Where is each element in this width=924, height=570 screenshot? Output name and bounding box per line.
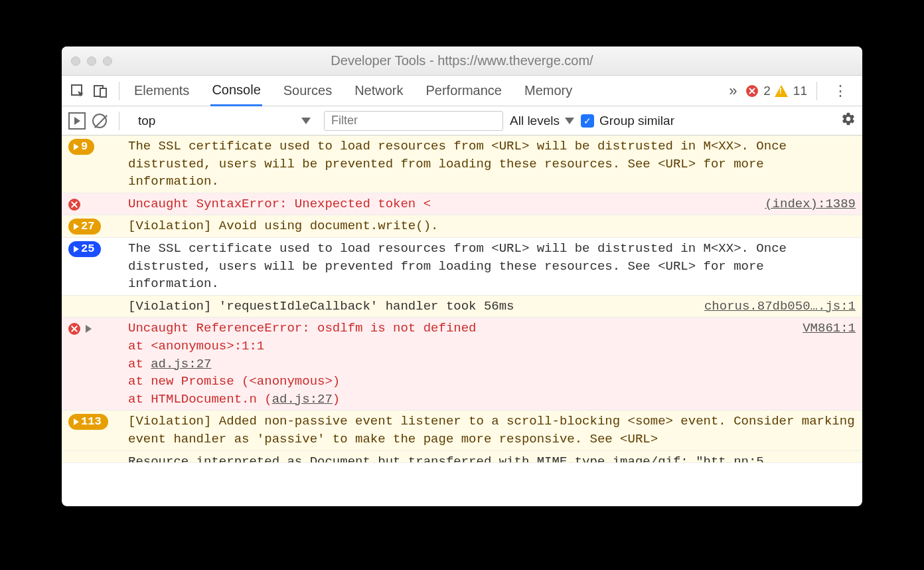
- separator: [816, 82, 817, 100]
- tab-memory[interactable]: Memory: [523, 76, 574, 105]
- tab-elements[interactable]: Elements: [133, 76, 191, 105]
- error-icon: [68, 323, 80, 335]
- traffic-lights: [62, 56, 112, 66]
- group-count: 9: [81, 139, 88, 155]
- message-gutter: [68, 195, 128, 213]
- console-message[interactable]: [Violation] 'requestIdleCallback' handle…: [62, 296, 862, 318]
- clear-console-button[interactable]: [92, 114, 107, 128]
- log-levels-select[interactable]: All levels: [510, 114, 574, 128]
- window-title: Developer Tools - https://www.theverge.c…: [62, 53, 862, 68]
- group-count-pill[interactable]: 25: [68, 241, 101, 257]
- stack-frame: at <anonymous>:1:1: [128, 337, 856, 355]
- device-toolbar-icon[interactable]: [91, 82, 110, 100]
- expand-icon[interactable]: [86, 325, 92, 333]
- expand-icon: [74, 246, 79, 252]
- group-similar-label: Group similar: [599, 114, 674, 128]
- separator: [119, 112, 119, 130]
- source-link[interactable]: VM861:1: [803, 320, 856, 337]
- status-errors[interactable]: 2: [746, 84, 771, 98]
- console-log[interactable]: 9The SSL certificate used to load resour…: [62, 136, 862, 506]
- source-link[interactable]: chorus.87db050….js:1: [704, 298, 856, 316]
- message-gutter: 25: [68, 240, 128, 293]
- main-tabbar: Elements Console Sources Network Perform…: [62, 76, 862, 106]
- group-count-pill[interactable]: 27: [68, 219, 101, 235]
- tab-performance[interactable]: Performance: [425, 76, 504, 105]
- filter-input[interactable]: [324, 111, 503, 131]
- minimize-window-button[interactable]: [87, 56, 96, 66]
- message-gutter: 9: [68, 138, 128, 191]
- message-gutter: 27: [68, 217, 128, 235]
- expand-icon: [74, 223, 79, 230]
- tab-sources[interactable]: Sources: [282, 76, 333, 105]
- console-message[interactable]: 113[Violation] Added non-passive event l…: [62, 411, 862, 450]
- tab-network[interactable]: Network: [353, 76, 404, 105]
- separator: [119, 82, 119, 100]
- stack-frame: at new Promise (<anonymous>): [128, 373, 856, 391]
- checkbox-checked-icon: ✓: [581, 114, 594, 128]
- message-text: The SSL certificate used to load resourc…: [128, 138, 856, 191]
- console-toolbar: top All levels ✓ Group similar: [62, 106, 862, 136]
- message-text: [Violation] Avoid using document.write()…: [128, 217, 856, 235]
- message-text: Uncaught ReferenceError: osdlfm is not d…: [128, 320, 792, 337]
- toggle-console-sidebar-button[interactable]: [68, 112, 86, 130]
- execution-context-value: top: [138, 114, 155, 128]
- error-count: 2: [763, 84, 771, 98]
- status-warnings[interactable]: 11: [775, 84, 807, 98]
- message-gutter: [68, 298, 128, 316]
- panel-tabs: Elements Console Sources Network Perform…: [129, 76, 574, 106]
- console-settings-button[interactable]: [841, 112, 856, 130]
- chevron-down-icon: [301, 118, 311, 124]
- stack-frame: at ad.js:27: [128, 355, 856, 373]
- group-count-pill[interactable]: 9: [68, 139, 94, 155]
- console-message[interactable]: Uncaught ReferenceError: osdlfm is not d…: [62, 318, 862, 411]
- stack-source-link[interactable]: ad.js:27: [272, 392, 333, 407]
- inspect-element-icon[interactable]: [68, 82, 87, 100]
- warning-count: 11: [793, 84, 807, 98]
- group-count: 25: [81, 241, 94, 257]
- tab-console[interactable]: Console: [210, 76, 262, 106]
- close-window-button[interactable]: [71, 56, 80, 66]
- chevron-down-icon: [565, 118, 574, 124]
- warning-icon: [775, 85, 788, 97]
- execution-context-select[interactable]: top: [131, 111, 317, 131]
- console-message[interactable]: 25The SSL certificate used to load resou…: [62, 238, 862, 296]
- console-message[interactable]: 9The SSL certificate used to load resour…: [62, 136, 862, 193]
- tabs-overflow-button[interactable]: »: [724, 82, 742, 100]
- error-icon: [746, 85, 758, 97]
- expand-icon: [74, 419, 79, 425]
- message-text: Uncaught SyntaxError: Unexpected token <: [128, 195, 754, 213]
- group-count: 113: [81, 414, 102, 430]
- log-levels-label: All levels: [510, 114, 560, 128]
- message-text: The SSL certificate used to load resourc…: [128, 240, 856, 293]
- message-text: [Violation] Added non-passive event list…: [128, 413, 856, 448]
- stack-source-link[interactable]: ad.js:27: [151, 357, 211, 371]
- group-similar-toggle[interactable]: ✓ Group similar: [581, 114, 674, 128]
- console-message[interactable]: 27[Violation] Avoid using document.write…: [62, 215, 862, 238]
- message-gutter: [68, 320, 128, 408]
- devtools-window: Developer Tools - https://www.theverge.c…: [62, 47, 862, 506]
- svg-rect-2: [100, 88, 106, 97]
- message-gutter: [68, 453, 128, 460]
- stack-frame: at HTMLDocument.n (ad.js:27): [128, 391, 856, 409]
- group-count: 27: [81, 219, 94, 235]
- more-options-button[interactable]: ⋮: [826, 82, 856, 100]
- titlebar: Developer Tools - https://www.theverge.c…: [62, 47, 862, 76]
- message-text: Resource interpreted as Document but tra…: [128, 453, 856, 463]
- message-text: [Violation] 'requestIdleCallback' handle…: [128, 298, 694, 316]
- console-message[interactable]: Uncaught SyntaxError: Unexpected token <…: [62, 193, 862, 216]
- zoom-window-button[interactable]: [103, 56, 112, 66]
- message-gutter: 113: [68, 413, 128, 448]
- group-count-pill[interactable]: 113: [68, 414, 108, 430]
- error-icon: [68, 199, 80, 211]
- console-message[interactable]: Resource interpreted as Document but tra…: [62, 451, 862, 463]
- source-link[interactable]: (index):1389: [765, 195, 856, 213]
- expand-icon: [74, 143, 79, 150]
